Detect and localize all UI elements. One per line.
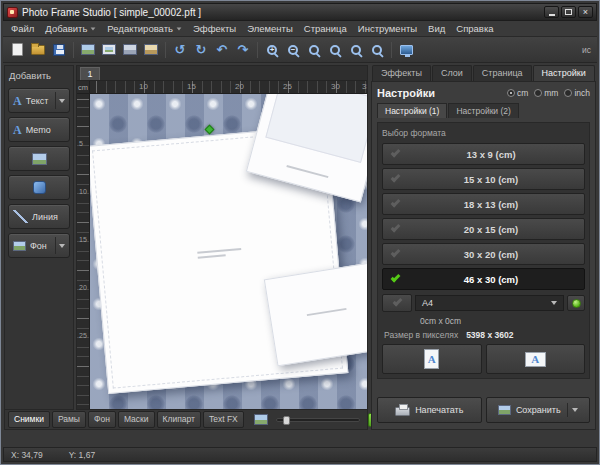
add-background-dropdown[interactable] (55, 237, 65, 253)
add-line-button[interactable]: Линия (8, 204, 70, 229)
menu-view[interactable]: Вид (423, 22, 450, 35)
paper-size-select[interactable]: A4 (415, 295, 564, 311)
thumbnails-icon[interactable] (254, 414, 268, 425)
open-folder-icon (31, 45, 45, 55)
window-title: Photo Frame Studio [ simple_00002.pft ] (22, 7, 201, 18)
format-18x13-button[interactable]: 18 x 13 (cm) (382, 193, 585, 215)
rotate-right-button[interactable]: ↻ (191, 40, 211, 60)
toolbar-separator (257, 42, 258, 58)
menu-help[interactable]: Справка (451, 22, 498, 35)
paper-format-row: A4 (382, 293, 585, 313)
maximize-button[interactable] (561, 6, 576, 18)
unit-cm-label: cm (517, 88, 528, 98)
add-shape-button[interactable] (8, 175, 70, 200)
menu-edit[interactable]: Редактировать (102, 22, 187, 35)
subtab-settings-2[interactable]: Настройки (2) (448, 103, 518, 118)
zoom-fit-button[interactable] (325, 40, 345, 60)
new-page-button[interactable] (7, 40, 27, 60)
add-mask-button[interactable] (120, 40, 140, 60)
tab-masks[interactable]: Маски (118, 411, 155, 428)
menu-effects[interactable]: Эффекты (188, 22, 241, 35)
zoom-page-icon (372, 45, 382, 55)
add-text-dropdown[interactable] (55, 92, 65, 108)
check-icon (391, 198, 401, 208)
tab-layers[interactable]: Слои (432, 65, 472, 81)
add-background-button[interactable]: Фон (8, 233, 70, 258)
close-button[interactable]: × (578, 6, 593, 18)
menu-tools[interactable]: Инструменты (353, 22, 422, 35)
subtab-settings-1[interactable]: Настройки (1) (377, 103, 447, 118)
collage-stamp-mid-right[interactable] (264, 262, 367, 367)
landscape-button[interactable]: A (486, 344, 586, 374)
page-tab-1[interactable]: 1 (80, 67, 100, 80)
zoom-100-icon (309, 45, 319, 55)
tab-effects[interactable]: Эффекты (372, 65, 431, 81)
canvas[interactable] (90, 94, 367, 409)
tab-settings[interactable]: Настройки (533, 65, 595, 81)
unit-inch-radio[interactable]: inch (564, 88, 590, 98)
stamp-caption-line (287, 165, 328, 178)
format-15x10-button[interactable]: 15 x 10 (cm) (382, 168, 585, 190)
save-toolbar-button[interactable] (49, 40, 69, 60)
menu-add[interactable]: Добавить (40, 22, 101, 35)
zoom-page-button[interactable] (367, 40, 387, 60)
monitor-icon (400, 45, 413, 55)
menu-file-label: Файл (11, 23, 34, 34)
landscape-page-icon: A (525, 352, 546, 367)
zoom-in-sign: + (268, 46, 276, 54)
action-row: Напечатать Сохранить (377, 397, 590, 423)
format-30x20-button[interactable]: 30 x 20 (cm) (382, 243, 585, 265)
save-label: Сохранить (516, 405, 561, 415)
unit-mm-radio[interactable]: mm (534, 88, 558, 98)
menu-edit-label: Редактировать (107, 23, 173, 34)
portrait-button[interactable]: A (382, 344, 482, 374)
preview-button[interactable] (396, 40, 416, 60)
open-button[interactable] (28, 40, 48, 60)
zoom-out-button[interactable]: − (283, 40, 303, 60)
tab-snapshots[interactable]: Снимки (8, 411, 50, 428)
add-frame-button[interactable] (99, 40, 119, 60)
zoom-width-button[interactable] (346, 40, 366, 60)
undo-button[interactable]: ↶ (212, 40, 232, 60)
format-20x15-button[interactable]: 20 x 15 (cm) (382, 218, 585, 240)
custom-format-checkbox[interactable] (382, 294, 412, 312)
zoom-100-button[interactable] (304, 40, 324, 60)
menu-file[interactable]: Файл (6, 22, 39, 35)
minimize-button[interactable] (544, 6, 559, 18)
format-label: 30 x 20 (cm) (406, 249, 576, 260)
zoom-in-button[interactable]: + (262, 40, 282, 60)
format-13x9-button[interactable]: 13 x 9 (cm) (382, 143, 585, 165)
redo-button[interactable]: ↷ (233, 40, 253, 60)
radio-icon (534, 89, 542, 97)
tab-background[interactable]: Фон (88, 411, 116, 428)
menu-elements[interactable]: Элементы (242, 22, 298, 35)
add-custom-format-button[interactable] (567, 295, 585, 311)
ruler-row: cm 10 15 20 25 30 35 (77, 81, 367, 94)
selection-handle[interactable] (205, 124, 215, 134)
check-icon (391, 248, 401, 258)
add-text-button[interactable]: A Текст (8, 88, 70, 113)
menu-page[interactable]: Страница (299, 22, 352, 35)
menu-page-label: Страница (304, 23, 347, 34)
print-button[interactable]: Напечатать (377, 397, 482, 423)
zoom-fit-icon (330, 45, 340, 55)
add-photo-button[interactable] (78, 40, 98, 60)
tab-textfx[interactable]: Text FX (203, 411, 244, 428)
save-button[interactable]: Сохранить (486, 397, 591, 423)
thumbnail-size-slider[interactable] (276, 418, 360, 422)
rotate-left-button[interactable]: ↺ (170, 40, 190, 60)
add-photo-frame-button[interactable] (8, 146, 70, 171)
unit-cm-radio[interactable]: cm (507, 88, 528, 98)
check-icon (391, 223, 401, 233)
tab-frames[interactable]: Рамы (52, 411, 86, 428)
format-46x30-button[interactable]: 46 x 30 (cm) (382, 268, 585, 290)
tab-clipart[interactable]: Клипарт (157, 411, 201, 428)
ruler-number: 25 (283, 82, 292, 91)
settings-header-row: Настройки cm mm inch (377, 87, 590, 99)
tab-page[interactable]: Страница (473, 65, 532, 81)
slider-handle[interactable] (283, 416, 290, 425)
settings-title: Настройки (377, 87, 435, 99)
add-clipart-button[interactable] (141, 40, 161, 60)
save-dropdown[interactable] (567, 403, 578, 417)
add-memo-button[interactable]: A Memo (8, 117, 70, 142)
